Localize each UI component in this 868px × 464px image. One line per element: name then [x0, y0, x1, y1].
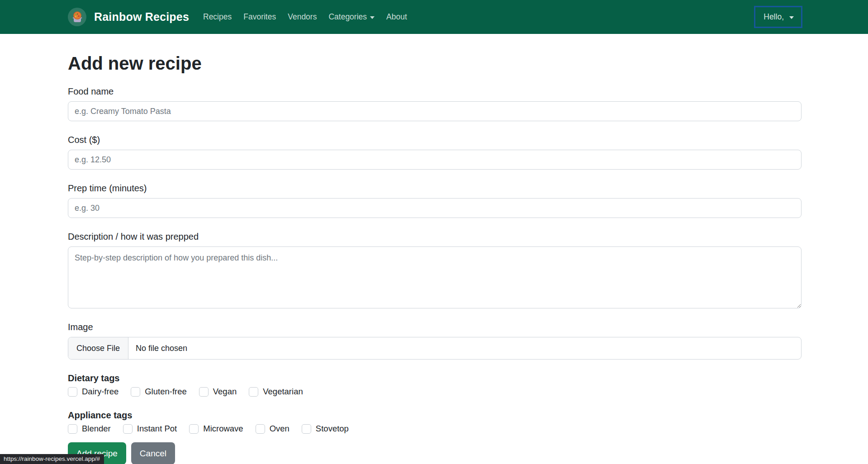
- description-label: Description / how it was prepped: [68, 231, 802, 243]
- choose-file-button[interactable]: Choose File: [68, 337, 128, 359]
- checkbox-dairy-free[interactable]: Dairy-free: [68, 387, 119, 397]
- browser-link-status: https://rainbow-recipes.vercel.app/#: [0, 454, 104, 464]
- description-textarea[interactable]: [68, 246, 802, 308]
- chevron-down-icon: [789, 16, 794, 19]
- checkbox-instant-pot-box[interactable]: [123, 424, 133, 434]
- checkbox-microwave-box[interactable]: [189, 424, 199, 434]
- checkbox-vegan-box[interactable]: [199, 387, 209, 397]
- chevron-down-icon: [370, 16, 375, 19]
- nav-link-recipes[interactable]: Recipes: [197, 9, 237, 25]
- appliance-tags-row: Blender Instant Pot Microwave Oven Stove…: [68, 424, 802, 434]
- food-name-label: Food name: [68, 85, 802, 98]
- nav-dropdown-categories[interactable]: Categories: [323, 9, 380, 25]
- checkbox-stovetop[interactable]: Stovetop: [302, 424, 349, 434]
- appliance-tags-label: Appliance tags: [68, 409, 802, 421]
- checkbox-gluten-free[interactable]: Gluten-free: [131, 387, 187, 397]
- file-status-text: No file chosen: [128, 337, 194, 359]
- checkbox-stovetop-box[interactable]: [302, 424, 311, 434]
- food-name-input[interactable]: [68, 101, 802, 121]
- appliance-tags-group: Appliance tags Blender Instant Pot Micro…: [68, 409, 802, 434]
- checkbox-microwave[interactable]: Microwave: [189, 424, 243, 434]
- brand-title: Rainbow Recipes: [94, 10, 189, 24]
- checkbox-vegan[interactable]: Vegan: [199, 387, 237, 397]
- checkbox-oven[interactable]: Oven: [256, 424, 289, 434]
- checkbox-gluten-free-box[interactable]: [131, 387, 140, 397]
- dietary-tags-label: Dietary tags: [68, 372, 802, 384]
- nav-link-about[interactable]: About: [380, 9, 413, 25]
- food-name-group: Food name: [68, 85, 802, 121]
- description-group: Description / how it was prepped: [68, 231, 802, 308]
- checkbox-blender-box[interactable]: [68, 424, 77, 434]
- nav-links: Recipes Favorites Vendors Categories Abo…: [197, 9, 413, 25]
- checkbox-dairy-free-box[interactable]: [68, 387, 77, 397]
- brand-link[interactable]: Rainbow Recipes: [68, 8, 189, 26]
- cancel-button[interactable]: Cancel: [131, 442, 175, 464]
- prep-time-group: Prep time (minutes): [68, 182, 802, 218]
- checkbox-instant-pot[interactable]: Instant Pot: [123, 424, 177, 434]
- page-title: Add new recipe: [68, 52, 802, 74]
- checkbox-blender[interactable]: Blender: [68, 424, 111, 434]
- user-menu-button[interactable]: Hello,: [754, 6, 802, 28]
- cost-label: Cost ($): [68, 134, 802, 146]
- prep-time-label: Prep time (minutes): [68, 182, 802, 194]
- image-file-input[interactable]: Choose File No file chosen: [68, 337, 802, 360]
- dietary-tags-group: Dietary tags Dairy-free Gluten-free Vega…: [68, 372, 802, 397]
- cost-group: Cost ($): [68, 134, 802, 170]
- checkbox-vegetarian[interactable]: Vegetarian: [249, 387, 303, 397]
- prep-time-input[interactable]: [68, 198, 802, 218]
- user-menu-label: Hello,: [764, 12, 784, 22]
- form-actions: Add recipe Cancel: [68, 442, 802, 464]
- app-logo-icon: [68, 8, 86, 26]
- cooking-pot-icon: [71, 10, 84, 24]
- dietary-tags-row: Dairy-free Gluten-free Vegan Vegetarian: [68, 387, 802, 397]
- checkbox-vegetarian-box[interactable]: [249, 387, 258, 397]
- add-recipe-form: Add new recipe Food name Cost ($) Prep t…: [0, 34, 868, 464]
- cost-input[interactable]: [68, 150, 802, 170]
- nav-link-vendors[interactable]: Vendors: [282, 9, 323, 25]
- nav-link-favorites[interactable]: Favorites: [237, 9, 282, 25]
- image-label: Image: [68, 321, 802, 333]
- checkbox-oven-box[interactable]: [256, 424, 265, 434]
- top-navbar: Rainbow Recipes Recipes Favorites Vendor…: [0, 0, 868, 34]
- image-group: Image Choose File No file chosen: [68, 321, 802, 360]
